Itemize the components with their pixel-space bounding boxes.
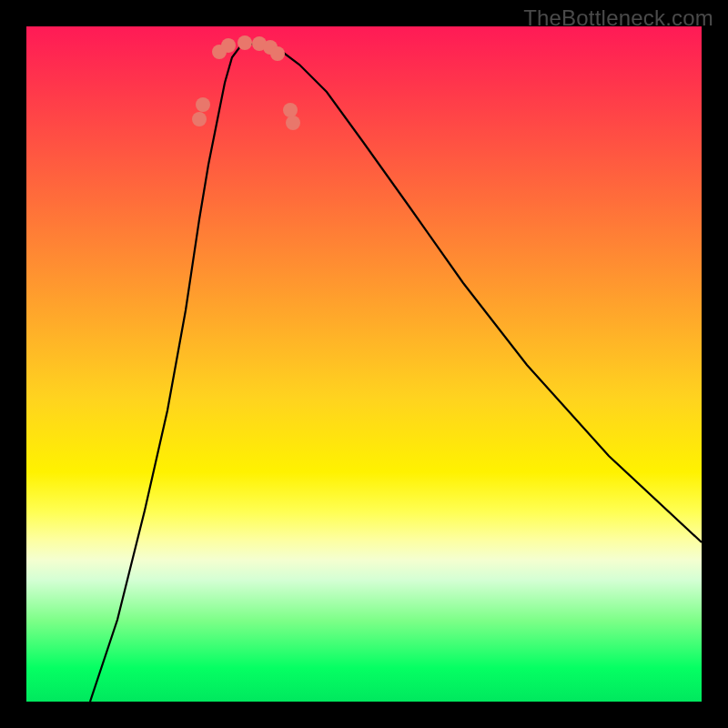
- curve-marker: [270, 46, 285, 61]
- curve-marker: [196, 97, 210, 112]
- bottleneck-curve: [90, 44, 702, 702]
- curve-marker: [283, 103, 298, 117]
- curve-markers: [192, 35, 300, 130]
- curve-marker: [263, 40, 278, 55]
- curve-svg: [26, 26, 702, 702]
- curve-marker: [192, 112, 207, 126]
- curve-marker: [212, 45, 227, 59]
- chart-plot-area: [26, 26, 702, 702]
- curve-marker: [221, 38, 236, 53]
- curve-marker: [252, 36, 267, 51]
- curve-marker: [238, 35, 252, 50]
- curve-marker: [286, 116, 300, 130]
